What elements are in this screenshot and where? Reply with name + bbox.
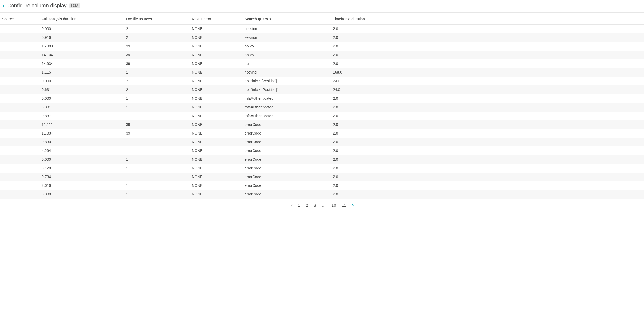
cell-timeframe: 24.0 xyxy=(331,85,644,94)
pagination-prev-button[interactable] xyxy=(290,203,293,207)
cell-query: mfaAuthenticated xyxy=(243,94,331,103)
cell-error: NONE xyxy=(190,155,243,164)
col-header-label: Full analysis duration xyxy=(42,17,76,21)
cell-query: errorCode xyxy=(243,155,331,164)
cell-source xyxy=(0,120,40,129)
cell-query: errorCode xyxy=(243,181,331,190)
cell-error: NONE xyxy=(190,25,243,33)
cell-error: NONE xyxy=(190,85,243,94)
table-row[interactable]: 64.93439NONEnull2.0 xyxy=(0,59,644,68)
cell-source xyxy=(0,103,40,112)
cell-duration: 0.000 xyxy=(40,155,124,164)
table-row[interactable]: 15.90339NONEpolicy2.0 xyxy=(0,42,644,51)
cell-source xyxy=(0,42,40,51)
cell-error: NONE xyxy=(190,77,243,85)
cell-query: errorCode xyxy=(243,129,331,138)
cell-logfiles: 1 xyxy=(124,146,190,155)
table-row[interactable]: 3.6161NONEerrorCode2.0 xyxy=(0,181,644,190)
cell-source xyxy=(0,129,40,138)
cell-timeframe: 2.0 xyxy=(331,120,644,129)
cell-source xyxy=(0,181,40,190)
cell-duration: 0.000 xyxy=(40,190,124,199)
table-row[interactable]: 3.8011NONEmfaAuthenticated2.0 xyxy=(0,103,644,112)
col-header-label: Search query xyxy=(245,17,268,21)
table-row[interactable]: 0.0001NONEerrorCode2.0 xyxy=(0,190,644,199)
cell-source xyxy=(0,164,40,173)
table-row[interactable]: 0.0002NONEsession2.0 xyxy=(0,25,644,33)
table-row[interactable]: 14.10439NONEpolicy2.0 xyxy=(0,51,644,59)
table-row[interactable]: 0.8871NONEmfaAuthenticated2.0 xyxy=(0,112,644,120)
cell-query: null xyxy=(243,59,331,68)
col-header-duration[interactable]: Full analysis duration xyxy=(40,13,124,25)
cell-error: NONE xyxy=(190,94,243,103)
col-header-label: Timeframe duration xyxy=(333,17,365,21)
col-header-label: Log file sources xyxy=(126,17,152,21)
source-color-bar xyxy=(4,120,4,129)
table-row[interactable]: 11.11139NONEerrorCode2.0 xyxy=(0,120,644,129)
table-row[interactable]: 0.0001NONEmfaAuthenticated2.0 xyxy=(0,94,644,103)
cell-timeframe: 2.0 xyxy=(331,138,644,146)
cell-logfiles: 39 xyxy=(124,129,190,138)
table-row[interactable]: 0.0002NONEnot "info * [Position]"24.0 xyxy=(0,77,644,85)
table-row[interactable]: 0.0001NONEerrorCode2.0 xyxy=(0,155,644,164)
cell-timeframe: 2.0 xyxy=(331,164,644,173)
table-row[interactable]: 4.2941NONEerrorCode2.0 xyxy=(0,146,644,155)
table-row[interactable]: 0.4281NONEerrorCode2.0 xyxy=(0,164,644,173)
cell-logfiles: 1 xyxy=(124,181,190,190)
table-row[interactable]: 0.9162NONEsession2.0 xyxy=(0,33,644,42)
col-header-query[interactable]: Search query▼ xyxy=(243,13,331,25)
cell-timeframe: 2.0 xyxy=(331,190,644,199)
cell-error: NONE xyxy=(190,120,243,129)
table-row[interactable]: 0.8301NONEerrorCode2.0 xyxy=(0,138,644,146)
cell-query: nothing xyxy=(243,68,331,77)
cell-duration: 4.294 xyxy=(40,146,124,155)
cell-error: NONE xyxy=(190,103,243,112)
cell-query: errorCode xyxy=(243,120,331,129)
results-table: Source Full analysis duration Log file s… xyxy=(0,13,644,199)
cell-logfiles: 1 xyxy=(124,68,190,77)
cell-source xyxy=(0,68,40,77)
cell-error: NONE xyxy=(190,51,243,59)
cell-timeframe: 2.0 xyxy=(331,94,644,103)
cell-error: NONE xyxy=(190,138,243,146)
source-color-bar xyxy=(4,85,4,94)
cell-error: NONE xyxy=(190,173,243,181)
table-row[interactable]: 1.1151NONEnothing168.0 xyxy=(0,68,644,77)
source-color-bar xyxy=(4,42,4,51)
cell-duration: 11.111 xyxy=(40,120,124,129)
source-color-bar xyxy=(4,112,4,120)
cell-duration: 0.000 xyxy=(40,94,124,103)
col-header-logfiles[interactable]: Log file sources xyxy=(124,13,190,25)
col-header-error[interactable]: Result error xyxy=(190,13,243,25)
cell-logfiles: 1 xyxy=(124,155,190,164)
pagination-page-1[interactable]: 1 xyxy=(297,202,301,208)
pagination-page-3[interactable]: 3 xyxy=(313,202,317,208)
table-row[interactable]: 11.03439NONEerrorCode2.0 xyxy=(0,129,644,138)
cell-query: errorCode xyxy=(243,173,331,181)
cell-timeframe: 2.0 xyxy=(331,173,644,181)
cell-error: NONE xyxy=(190,112,243,120)
col-header-timeframe[interactable]: Timeframe duration xyxy=(331,13,644,25)
table-row[interactable]: 0.6312NONEnot "info * [Position]"24.0 xyxy=(0,85,644,94)
cell-timeframe: 2.0 xyxy=(331,59,644,68)
cell-source xyxy=(0,190,40,199)
cell-query: not "info * [Position]" xyxy=(243,85,331,94)
source-color-bar xyxy=(4,68,4,77)
pagination-page-11[interactable]: 11 xyxy=(341,202,347,208)
pagination-page-2[interactable]: 2 xyxy=(305,202,309,208)
cell-error: NONE xyxy=(190,146,243,155)
cell-query: errorCode xyxy=(243,146,331,155)
pagination-page-10[interactable]: 10 xyxy=(331,202,337,208)
col-header-label: Result error xyxy=(192,17,211,21)
cell-query: errorCode xyxy=(243,138,331,146)
results-table-wrap: Source Full analysis duration Log file s… xyxy=(0,13,644,199)
pagination-next-button[interactable] xyxy=(351,203,354,207)
source-color-bar xyxy=(4,146,4,155)
cell-duration: 15.903 xyxy=(40,42,124,51)
cell-query: mfaAuthenticated xyxy=(243,103,331,112)
cell-logfiles: 39 xyxy=(124,59,190,68)
cell-source xyxy=(0,94,40,103)
configure-column-display-header[interactable]: Configure column display BETA xyxy=(0,0,644,13)
table-row[interactable]: 0.7341NONEerrorCode2.0 xyxy=(0,173,644,181)
col-header-source[interactable]: Source xyxy=(0,13,40,25)
